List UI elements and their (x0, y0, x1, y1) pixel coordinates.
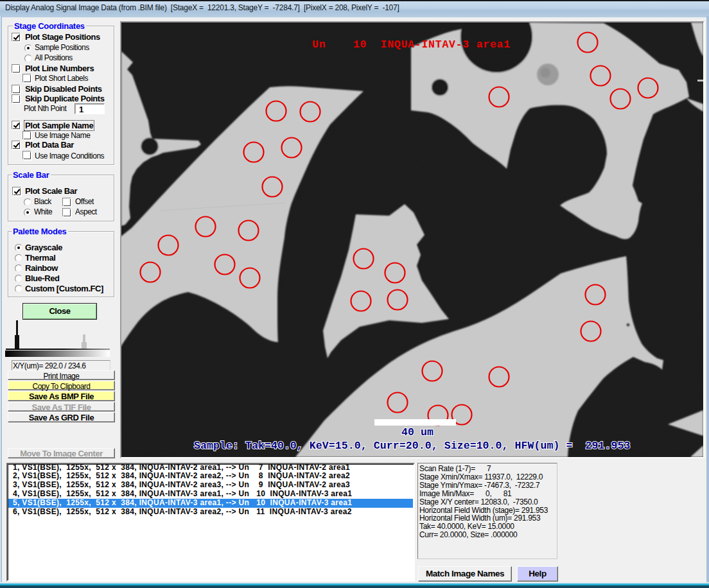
svg-text:Sample: Tak=40.0, KeV=15.0, Cu: Sample: Tak=40.0, KeV=15.0, Curr=20.0, S… (194, 440, 630, 452)
svg-text:40 um: 40 um (401, 426, 433, 438)
svg-text:Un 10 INQUA-INTAV-3 area1: Un 10 INQUA-INTAV-3 area1 (312, 39, 511, 51)
